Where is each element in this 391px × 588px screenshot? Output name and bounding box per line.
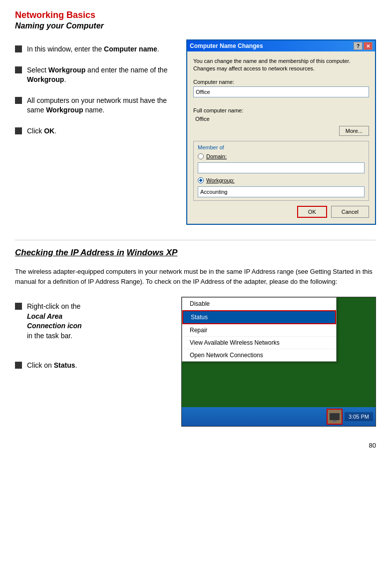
network-icon-inner [330, 413, 340, 420]
bullet-item-3: All computers on your network must have … [15, 96, 176, 115]
taskbar: 3:05 PM [182, 407, 376, 426]
dialog-box: Computer Name Changes ? ✕ You can change… [186, 39, 376, 225]
top-bullet-list: In this window, enter the Computer name.… [15, 39, 176, 225]
more-button[interactable]: More... [339, 126, 369, 136]
section-divider [15, 240, 376, 240]
workgroup-input[interactable] [198, 186, 365, 197]
domain-input[interactable] [198, 162, 365, 173]
titlebar-buttons: ? ✕ [354, 42, 373, 50]
bullet-item-4: Click OK. [15, 126, 176, 136]
body-text: The wireless adapter-equipped computers … [15, 267, 376, 287]
member-of-box: Member of Domain: Workgroup: [193, 141, 369, 201]
member-of-title: Member of [198, 144, 365, 150]
page-title: Networking Basics [15, 10, 376, 20]
section-subtitle: Naming your Computer [15, 21, 376, 30]
bullet-text-1: In this window, enter the Computer name. [27, 44, 159, 54]
computer-name-section: Computer name: [193, 79, 369, 102]
workgroup-radio-row: Workgroup: [198, 177, 365, 183]
bottom-bullet-list: Right-click on the Local AreaConnection … [15, 297, 171, 427]
bottom-bullet-text-1: Right-click on the Local AreaConnection … [27, 302, 82, 341]
menu-item-repair: Repair [182, 324, 336, 337]
bullet-icon-3 [15, 97, 22, 104]
workgroup-label: Workgroup: [206, 177, 235, 183]
section2-title-text: Checking the IP Address in [15, 248, 124, 257]
section2-title: Checking the IP Address in Windows XP [15, 248, 376, 258]
computer-name-input[interactable] [193, 86, 369, 97]
close-button[interactable]: ✕ [364, 42, 373, 50]
menu-item-status: Status [182, 310, 336, 324]
bottom-section: Right-click on the Local AreaConnection … [15, 297, 376, 427]
bullet-text-3: All computers on your network must have … [27, 96, 176, 115]
menu-item-wireless: View Available Wireless Networks [182, 337, 336, 349]
dialog-titlebar: Computer Name Changes ? ✕ [187, 40, 375, 51]
taskbar-clock: 3:05 PM [345, 412, 373, 421]
bullet-icon-1 [15, 45, 22, 52]
computer-name-label: Computer name: [193, 79, 369, 85]
full-computer-name-value: Office [193, 115, 369, 123]
ok-button[interactable]: OK [297, 206, 327, 218]
bottom-bullet-icon-2 [15, 362, 22, 369]
bottom-bullet-item-2: Click on Status. [15, 361, 171, 371]
bullet-item-2: Select Workgroup and enter the name of t… [15, 65, 176, 85]
help-button[interactable]: ? [354, 42, 363, 50]
network-tray-icon [327, 409, 343, 425]
computer-name-dialog: Computer Name Changes ? ✕ You can change… [186, 39, 376, 225]
desktop-background: Disable Status Repair View Available Wir… [181, 297, 376, 427]
bottom-bullet-icon-1 [15, 303, 22, 310]
context-menu: Disable Status Repair View Available Wir… [182, 297, 337, 362]
bottom-bullet-text-2: Click on Status. [27, 361, 77, 371]
bullet-item-1: In this window, enter the Computer name. [15, 44, 176, 54]
section2-title-underlined: Windows XP [127, 248, 178, 257]
domain-label: Domain: [206, 153, 227, 159]
domain-radio-row: Domain: [198, 153, 365, 159]
page-number: 80 [15, 442, 376, 449]
bullet-text-4: Click OK. [27, 126, 56, 136]
dialog-title: Computer Name Changes [190, 42, 263, 49]
context-menu-screenshot: Disable Status Repair View Available Wir… [181, 297, 376, 427]
dialog-description: You can change the name and the membersh… [193, 57, 369, 73]
domain-radio[interactable] [198, 153, 204, 159]
cancel-button[interactable]: Cancel [331, 206, 369, 218]
workgroup-radio[interactable] [198, 177, 204, 183]
menu-item-disable: Disable [182, 298, 336, 310]
bottom-bullet-item-1: Right-click on the Local AreaConnection … [15, 302, 171, 341]
menu-item-open-connections: Open Network Connections [182, 349, 336, 361]
bullet-icon-4 [15, 127, 22, 134]
bullet-icon-2 [15, 66, 22, 73]
dialog-body: You can change the name and the membersh… [187, 51, 375, 224]
dialog-buttons: OK Cancel [193, 206, 369, 218]
full-computer-name-label: Full computer name: [193, 107, 369, 113]
bullet-text-2: Select Workgroup and enter the name of t… [27, 65, 176, 85]
full-computer-name-section: Full computer name: Office More... [193, 107, 369, 136]
